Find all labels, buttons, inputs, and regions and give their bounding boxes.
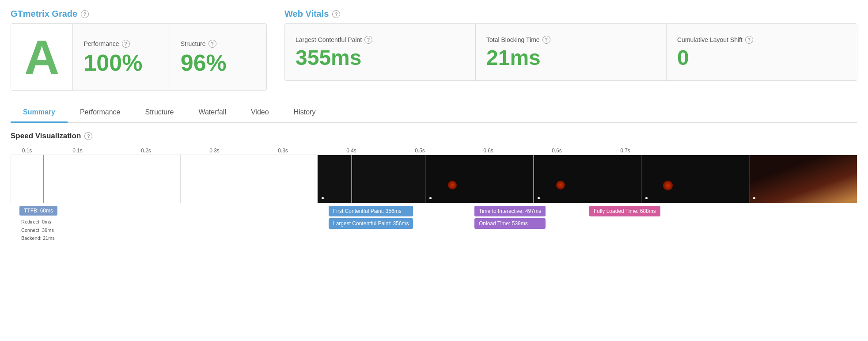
ruler-tick-3: 0.3s bbox=[180, 148, 249, 154]
ttfb-connect: Connect: 39ms bbox=[21, 226, 57, 235]
speed-viz-section: Speed Visualization ? 0.1s 0.1s 0.2s 0.3… bbox=[11, 132, 857, 259]
ttfb-sub: Redirect: 0ms Connect: 39ms Backend: 21m… bbox=[19, 218, 57, 242]
fully-loaded-annotation: Fully Loaded Time: 688ms bbox=[589, 206, 660, 216]
timeline-ruler: 0.1s 0.1s 0.2s 0.3s 0.3s 0.4s 0.5s 0.6s … bbox=[11, 148, 857, 154]
ruler-tick-7: 0.6s bbox=[454, 148, 523, 154]
gtmetrix-grade-section: GTmetrix Grade ? A Performance ? 100% bbox=[11, 9, 267, 91]
thumb-4 bbox=[641, 155, 749, 203]
thumb-4-dot2 bbox=[645, 197, 648, 199]
timeline-cell-4 bbox=[249, 155, 318, 203]
tab-performance[interactable]: Performance bbox=[68, 103, 133, 123]
structure-help-icon[interactable]: ? bbox=[208, 40, 216, 48]
fcp-line bbox=[351, 155, 352, 203]
ttfb-annotation: TTFB: 60ms Redirect: 0ms Connect: 39ms B… bbox=[19, 206, 57, 242]
tbt-value: 21ms bbox=[486, 47, 656, 68]
timeline-cell-1 bbox=[44, 155, 112, 203]
ruler-tick-2: 0.2s bbox=[112, 148, 180, 154]
thumb-5-dot bbox=[753, 197, 755, 199]
web-vitals-title: Web Vitals ? bbox=[284, 9, 857, 19]
thumb-3-dot bbox=[556, 181, 565, 189]
vital-tbt: Total Blocking Time ? 21ms bbox=[476, 24, 667, 80]
timeline-cell-0 bbox=[11, 155, 44, 203]
thumb-2 bbox=[425, 155, 533, 203]
grade-metric-structure: Structure ? 96% bbox=[170, 24, 266, 90]
grade-letter: A bbox=[24, 33, 59, 81]
tab-history[interactable]: History bbox=[281, 103, 328, 123]
timeline-cell-3 bbox=[181, 155, 249, 203]
tti-annotation: Time to Interactive: 497ms Onload Time: … bbox=[474, 206, 546, 229]
ruler-tick-4: 0.3s bbox=[249, 148, 317, 154]
thumb-2-dot2 bbox=[429, 197, 432, 199]
grade-metric-performance: Performance ? 100% bbox=[73, 24, 170, 90]
speed-viz-help-icon[interactable]: ? bbox=[84, 132, 92, 140]
top-section: GTmetrix Grade ? A Performance ? 100% bbox=[11, 9, 857, 91]
thumb-2-dot bbox=[448, 181, 457, 189]
performance-value: 100% bbox=[83, 51, 159, 74]
vital-cls: Cumulative Layout Shift ? 0 bbox=[667, 24, 857, 80]
vital-lcp: Largest Contentful Paint ? 355ms bbox=[285, 24, 476, 80]
tabs-section: Summary Performance Structure Waterfall … bbox=[11, 103, 857, 123]
tab-video[interactable]: Video bbox=[239, 103, 281, 123]
tabs-list: Summary Performance Structure Waterfall … bbox=[11, 103, 857, 122]
gtmetrix-help-icon[interactable]: ? bbox=[81, 10, 89, 18]
lcp-help-icon[interactable]: ? bbox=[364, 36, 372, 44]
ttfb-badge: TTFB: 60ms bbox=[19, 206, 57, 216]
web-vitals-section: Web Vitals ? Largest Contentful Paint ? … bbox=[284, 9, 857, 91]
fcp-annotation: First Contentful Paint: 356ms Largest Co… bbox=[329, 206, 413, 229]
grade-card: A Performance ? 100% Structure ? bbox=[11, 23, 267, 91]
thumb-1-dot bbox=[322, 197, 324, 199]
performance-label: Performance ? bbox=[83, 40, 159, 48]
thumb-3 bbox=[533, 155, 641, 203]
thumbnails-strip bbox=[318, 155, 857, 203]
ttfb-redirect: Redirect: 0ms bbox=[21, 218, 57, 226]
ruler-tick-1: 0.1s bbox=[43, 148, 112, 154]
lcp-badge: Largest Contentful Paint: 356ms bbox=[329, 218, 413, 229]
thumb-4-dot bbox=[663, 181, 673, 190]
fully-loaded-badge: Fully Loaded Time: 688ms bbox=[589, 206, 660, 216]
web-vitals-help-icon[interactable]: ? bbox=[332, 10, 340, 18]
tab-structure[interactable]: Structure bbox=[133, 103, 186, 123]
lcp-value: 355ms bbox=[296, 47, 465, 68]
cls-label: Cumulative Layout Shift ? bbox=[677, 36, 846, 44]
gtmetrix-title-text: GTmetrix Grade bbox=[11, 9, 77, 19]
gtmetrix-grade-title: GTmetrix Grade ? bbox=[11, 9, 267, 19]
ttfb-backend: Backend: 21ms bbox=[21, 234, 57, 242]
ruler-tick-9: 0.7s bbox=[591, 148, 660, 154]
speed-viz-title: Speed Visualization ? bbox=[11, 132, 857, 140]
annotations-row: TTFB: 60ms Redirect: 0ms Connect: 39ms B… bbox=[11, 206, 857, 259]
ruler-tick-0: 0.1s bbox=[11, 148, 43, 154]
timeline-cell-2 bbox=[112, 155, 181, 203]
main-container: GTmetrix Grade ? A Performance ? 100% bbox=[0, 0, 868, 268]
thumb-1 bbox=[318, 155, 425, 203]
ruler-tick-5: 0.4s bbox=[317, 148, 386, 154]
tab-summary[interactable]: Summary bbox=[11, 103, 68, 123]
web-vitals-title-text: Web Vitals bbox=[284, 9, 329, 19]
onload-badge: Onload Time: 539ms bbox=[474, 218, 546, 229]
tti-badge: Time to Interactive: 497ms bbox=[474, 206, 546, 216]
fcp-badge: First Contentful Paint: 356ms bbox=[329, 206, 413, 216]
structure-label: Structure ? bbox=[181, 40, 256, 48]
cls-help-icon[interactable]: ? bbox=[745, 36, 753, 44]
ttfb-line bbox=[43, 155, 44, 203]
grade-letter-box: A bbox=[11, 24, 73, 90]
tab-waterfall[interactable]: Waterfall bbox=[186, 103, 239, 123]
performance-help-icon[interactable]: ? bbox=[122, 40, 130, 48]
grade-metrics: Performance ? 100% Structure ? 96% bbox=[73, 24, 266, 90]
ruler-tick-6: 0.5s bbox=[386, 148, 454, 154]
structure-value: 96% bbox=[181, 51, 256, 74]
tbt-label: Total Blocking Time ? bbox=[486, 36, 656, 44]
vitals-card: Largest Contentful Paint ? 355ms Total B… bbox=[284, 23, 857, 81]
thumb-3-dot2 bbox=[538, 197, 540, 199]
thumb-5 bbox=[749, 155, 857, 203]
ruler-tick-8: 0.6s bbox=[523, 148, 591, 154]
tbt-help-icon[interactable]: ? bbox=[542, 36, 550, 44]
timeline-bar bbox=[11, 155, 857, 203]
cls-value: 0 bbox=[677, 47, 846, 68]
lcp-label: Largest Contentful Paint ? bbox=[296, 36, 465, 44]
